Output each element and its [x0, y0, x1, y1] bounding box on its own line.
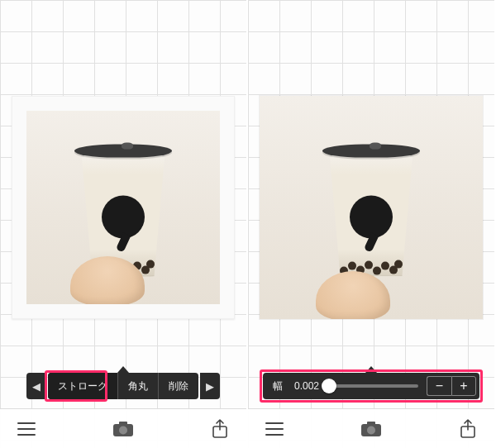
share-icon [460, 419, 476, 439]
segmented-next-button[interactable]: ▶ [200, 373, 220, 399]
svg-rect-1 [119, 422, 127, 426]
camera-button[interactable] [360, 417, 383, 441]
svg-point-2 [119, 426, 127, 434]
segmented-item-corner[interactable]: 角丸 [118, 373, 159, 399]
slider-value: 0.002 [289, 380, 324, 392]
stepper-plus-button[interactable]: + [451, 376, 476, 396]
segmented-control-wrap: ◀ ストローク 角丸 削除 ▶ [25, 373, 222, 399]
share-icon [212, 419, 228, 439]
chevron-left-icon: ◀ [32, 380, 41, 393]
share-button[interactable] [208, 417, 231, 441]
segmented-toolbar-row: ◀ ストローク 角丸 削除 ▶ [0, 364, 246, 408]
menu-icon [265, 422, 284, 436]
cup-illustration [322, 144, 421, 284]
menu-button[interactable] [263, 417, 286, 441]
segmented-item-label: ストローク [58, 379, 107, 393]
photo-frame-bordered[interactable] [12, 96, 235, 319]
segmented-item-stroke[interactable]: ストローク [48, 373, 118, 399]
slider-track[interactable] [327, 384, 418, 388]
bottom-bar [248, 408, 494, 448]
canvas-area[interactable] [0, 0, 246, 364]
camera-icon [112, 421, 134, 437]
segmented-prev-button[interactable]: ◀ [26, 373, 46, 399]
segmented-item-label: 角丸 [128, 379, 148, 393]
segmented-control: ストローク 角丸 削除 [48, 373, 198, 399]
photo-frame-plain[interactable] [260, 96, 483, 319]
popover-pointer-icon [117, 366, 129, 373]
photo [26, 111, 220, 304]
share-button[interactable] [456, 417, 479, 441]
menu-button[interactable] [15, 417, 38, 441]
phone-right: 幅 0.002 − + [248, 0, 496, 448]
photo [260, 96, 483, 319]
slider-label: 幅 [266, 379, 289, 393]
svg-point-6 [367, 426, 375, 434]
slider-thumb[interactable] [322, 379, 336, 393]
minus-icon: − [436, 379, 443, 393]
camera-button[interactable] [112, 417, 135, 441]
slider-wrap: 幅 0.002 − + [263, 373, 479, 399]
segmented-item-delete[interactable]: 削除 [159, 373, 198, 399]
segmented-item-label: 削除 [169, 379, 188, 393]
plus-icon: + [460, 379, 467, 393]
stepper-minus-button[interactable]: − [427, 376, 451, 396]
camera-icon [360, 421, 382, 437]
width-slider-bar: 幅 0.002 − + [263, 373, 479, 399]
canvas-area[interactable] [248, 0, 494, 364]
popover-pointer-icon [365, 366, 377, 373]
chevron-right-icon: ▶ [206, 380, 214, 393]
phone-left: ◀ ストローク 角丸 削除 ▶ [0, 0, 248, 448]
bottom-bar [0, 408, 246, 448]
menu-icon [17, 422, 36, 436]
slider-toolbar-row: 幅 0.002 − + [248, 364, 494, 408]
stepper: − + [427, 376, 476, 396]
svg-rect-5 [367, 422, 375, 426]
